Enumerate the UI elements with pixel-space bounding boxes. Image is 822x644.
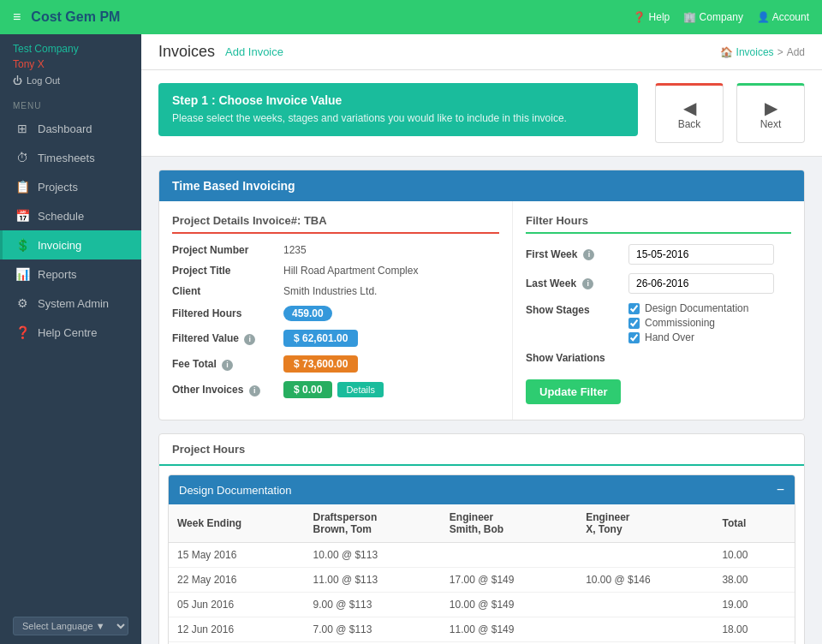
detail-other-invoices: Other Invoices i $ 0.00 Details — [172, 381, 499, 398]
breadcrumb: 🏠 Invoices > Add — [720, 46, 805, 58]
projects-icon: 📋 — [15, 180, 29, 194]
stage-commissioning-checkbox[interactable] — [628, 318, 640, 329]
section-body: Project Details Invoice#: TBA Project Nu… — [159, 201, 804, 420]
brand: Cost Gem PM — [31, 9, 633, 25]
fee-total-badge: $ 73,600.00 — [283, 355, 358, 373]
step-title: Step 1 : Choose Invoice Value — [172, 93, 624, 107]
timesheets-icon: ⏱ — [15, 151, 29, 164]
stage-design-doc[interactable]: Design Documentation — [628, 302, 748, 314]
title-area: Invoices Add Invoice — [158, 43, 283, 61]
dashboard-icon: ⊞ — [15, 122, 29, 135]
detail-filtered-hours: Filtered Hours 459.00 — [172, 306, 499, 321]
show-stages-row: Show Stages Design Documentation Commiss… — [526, 302, 791, 343]
sidebar-item-label: Projects — [38, 181, 78, 194]
collapse-button[interactable]: − — [777, 482, 784, 498]
stage-commissioning[interactable]: Commissioning — [628, 317, 748, 329]
stage-hand-over[interactable]: Hand Over — [628, 331, 748, 343]
menu-label: MENU — [0, 94, 141, 114]
col-total: Total — [713, 504, 795, 543]
table-row: 15 May 2016 10.00 @ $113 10.00 — [169, 543, 795, 568]
project-hours-heading: Project Hours — [159, 434, 804, 466]
design-documentation-table: Design Documentation − Week Ending Draft… — [168, 474, 795, 644]
logout-button[interactable]: ⏻ Log Out — [0, 72, 141, 94]
last-week-row: Last Week i — [526, 273, 791, 294]
design-doc-header: Design Documentation − — [169, 475, 795, 504]
filtered-value-info-icon[interactable]: i — [244, 334, 255, 345]
col-engineer-smith: EngineerSmith, Bob — [441, 504, 577, 543]
step-desc: Please select the weeks, stages and vari… — [172, 111, 624, 126]
stage-hand-over-checkbox[interactable] — [628, 332, 640, 343]
details-button[interactable]: Details — [337, 382, 384, 397]
filter-hours-heading: Filter Hours — [526, 214, 791, 234]
sidebar-item-label: Timesheets — [38, 152, 95, 164]
company-name: Test Company — [0, 34, 141, 57]
sidebar-item-projects[interactable]: 📋 Projects — [0, 172, 141, 201]
last-week-info-icon[interactable]: i — [582, 278, 593, 289]
page-title: Invoices — [158, 43, 215, 61]
other-invoices-info-icon[interactable]: i — [249, 385, 260, 397]
company-link[interactable]: 🏢 Company — [683, 11, 743, 23]
first-week-input[interactable] — [628, 244, 774, 265]
time-based-invoicing-card: Time Based Invoicing Project Details Inv… — [158, 170, 805, 420]
page-content: Time Based Invoicing Project Details Inv… — [141, 157, 822, 644]
sidebar-item-label: Schedule — [38, 210, 84, 223]
project-details: Project Details Invoice#: TBA Project Nu… — [159, 201, 513, 420]
main-content: Invoices Add Invoice 🏠 Invoices > Add St… — [141, 34, 822, 644]
project-hours-card: Project Hours Design Documentation − Wee… — [158, 433, 805, 644]
user-name: Tony X — [0, 57, 141, 72]
step-area: Step 1 : Choose Invoice Value Please sel… — [141, 70, 822, 157]
account-link[interactable]: 👤 Account — [757, 11, 809, 23]
col-draftsperson: DraftspersonBrown, Tom — [305, 504, 441, 543]
detail-client: Client Smith Industries Ltd. — [172, 285, 499, 297]
detail-filtered-value: Filtered Value i $ 62,601.00 — [172, 330, 499, 347]
system-admin-icon: ⚙ — [15, 296, 29, 310]
back-button[interactable]: ◀ Back — [655, 83, 724, 143]
breadcrumb-icon: 🏠 — [720, 46, 733, 58]
reports-icon: 📊 — [15, 267, 29, 281]
table-row: 22 May 2016 11.00 @ $113 17.00 @ $149 10… — [169, 568, 795, 593]
layout: Test Company Tony X ⏻ Log Out MENU ⊞ Das… — [0, 34, 822, 644]
other-invoices-badge: $ 0.00 — [283, 381, 332, 398]
sidebar-item-dashboard[interactable]: ⊞ Dashboard — [0, 114, 141, 143]
col-week-ending: Week Ending — [169, 504, 305, 543]
sidebar-item-label: Dashboard — [38, 122, 92, 135]
language-selector[interactable]: Select Language ▼ — [0, 608, 141, 644]
sidebar-item-invoicing[interactable]: 💲 Invoicing — [0, 230, 141, 259]
time-based-invoicing-header: Time Based Invoicing — [159, 170, 804, 201]
sidebar-item-help-centre[interactable]: ❓ Help Centre — [0, 318, 141, 347]
hamburger-icon[interactable]: ≡ — [13, 9, 21, 25]
breadcrumb-invoices[interactable]: Invoices — [736, 46, 774, 58]
sidebar-item-schedule[interactable]: 📅 Schedule — [0, 201, 141, 230]
add-invoice-link[interactable]: Add Invoice — [225, 45, 283, 58]
top-nav-links: ❓ Help 🏢 Company 👤 Account — [633, 11, 809, 23]
update-filter-button[interactable]: Update Filter — [526, 379, 621, 404]
language-select-input[interactable]: Select Language ▼ — [13, 617, 128, 635]
project-details-heading: Project Details Invoice#: TBA — [172, 214, 499, 234]
first-week-info-icon[interactable]: i — [583, 249, 594, 260]
last-week-input[interactable] — [628, 273, 774, 294]
next-arrow-icon: ▶ — [765, 98, 777, 118]
brand-sub: PM — [99, 9, 120, 24]
page-header: Invoices Add Invoice 🏠 Invoices > Add — [141, 34, 822, 70]
sidebar-item-system-admin[interactable]: ⚙ System Admin — [0, 289, 141, 318]
back-label: Back — [678, 118, 701, 130]
help-link[interactable]: ❓ Help — [633, 11, 670, 23]
nav-buttons: ◀ Back ▶ Next — [655, 83, 805, 143]
filter-hours: Filter Hours First Week i Last Week i Sh… — [513, 201, 804, 420]
stage-design-doc-checkbox[interactable] — [628, 303, 640, 314]
brand-name: Cost Gem — [31, 9, 96, 24]
sidebar-item-label: Help Centre — [38, 326, 97, 339]
next-button[interactable]: ▶ Next — [736, 83, 805, 143]
filtered-value-badge: $ 62,601.00 — [283, 330, 358, 347]
sidebar-item-label: Reports — [38, 268, 77, 281]
first-week-row: First Week i — [526, 244, 791, 265]
detail-project-number: Project Number 1235 — [172, 244, 499, 256]
fee-total-info-icon[interactable]: i — [222, 360, 233, 371]
show-variations-row: Show Variations — [526, 352, 791, 364]
sidebar: Test Company Tony X ⏻ Log Out MENU ⊞ Das… — [0, 34, 141, 644]
stages-checkboxes: Design Documentation Commissioning Hand … — [628, 302, 748, 343]
next-label: Next — [760, 118, 782, 130]
sidebar-item-reports[interactable]: 📊 Reports — [0, 259, 141, 289]
sidebar-item-label: System Admin — [38, 297, 109, 310]
sidebar-item-timesheets[interactable]: ⏱ Timesheets — [0, 143, 141, 172]
